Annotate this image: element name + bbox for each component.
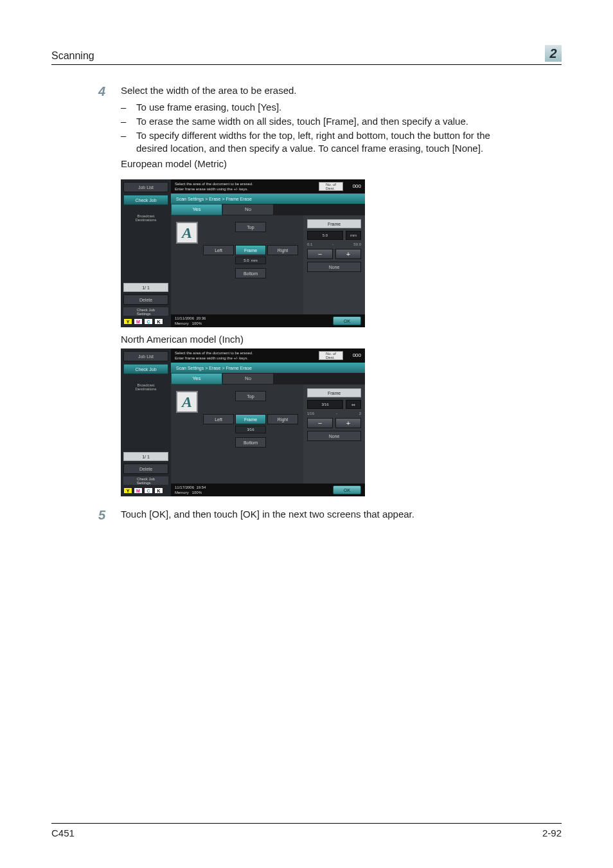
toner-c-icon: C <box>144 318 153 325</box>
frame-value: 5.0 mm <box>235 257 266 264</box>
top-side-button[interactable]: Top <box>235 222 266 232</box>
instruction-text: Select the area of the document to be er… <box>175 181 315 192</box>
step-number: 5 <box>90 508 105 522</box>
preview-icon: A <box>176 222 198 244</box>
ok-button[interactable]: OK <box>333 485 361 494</box>
left-side-button[interactable]: Left <box>203 245 234 255</box>
dest-count-value: 000 <box>347 353 361 358</box>
dest-count-label: No. of Dest. <box>319 182 343 191</box>
bullet-dash: – <box>121 101 129 114</box>
job-list-button[interactable]: Job List <box>123 351 168 361</box>
bullet-text: To use frame erasing, touch [Yes]. <box>136 101 514 114</box>
bottom-side-button[interactable]: Bottom <box>235 268 266 278</box>
range-hi: 50.0 <box>353 242 361 246</box>
swap-icon: ⇔ <box>351 402 355 407</box>
dest-count-value: 000 <box>347 184 361 189</box>
step-text: Select the width of the area to be erase… <box>121 84 514 97</box>
unit-display: mm <box>346 231 361 240</box>
tab-yes[interactable]: Yes <box>171 204 222 215</box>
device-screenshot-metric: Job List Check Job Broadcast Destination… <box>121 179 365 327</box>
toner-c-icon: C <box>144 487 153 494</box>
left-side-button[interactable]: Left <box>203 414 234 424</box>
broadcast-label: Broadcast Destinations <box>123 383 168 391</box>
pager: 1/ 1 <box>123 452 168 461</box>
delete-button[interactable]: Delete <box>123 294 168 305</box>
breadcrumb: Scan Settings > Erase > Frame Erase <box>171 194 365 204</box>
range-hi: 2 <box>359 411 361 415</box>
datetime: 11/11/2006 20:36 Memory 100% <box>175 316 206 326</box>
job-list-button[interactable]: Job List <box>123 182 168 192</box>
frame-button[interactable]: Frame <box>235 414 266 424</box>
plus-button[interactable]: + <box>335 418 361 428</box>
right-side-button[interactable]: Right <box>267 245 298 255</box>
footer-page: 2-92 <box>542 827 562 838</box>
right-panel-header: Frame <box>307 388 361 397</box>
plus-button[interactable]: + <box>335 249 361 259</box>
value-display: 3⁄16 <box>307 400 343 409</box>
model-note: European model (Metric) <box>121 158 514 170</box>
frame-value: 3⁄16 <box>235 426 266 433</box>
range-sep: - <box>336 411 337 415</box>
toner-y-icon: Y <box>123 318 132 325</box>
frame-button[interactable]: Frame <box>235 245 266 255</box>
value-display: 5.0 <box>307 231 343 240</box>
step-text: Touch [OK], and then touch [OK] in the n… <box>121 508 514 521</box>
broadcast-label: Broadcast Destinations <box>123 214 168 222</box>
toner-k-icon: K <box>154 487 163 494</box>
check-job-button[interactable]: Check Job <box>123 364 168 374</box>
bullet-text: To erase the same width on all sides, to… <box>136 115 514 128</box>
device-screenshot-inch: Job List Check Job Broadcast Destination… <box>121 348 365 496</box>
toner-m-icon: M <box>134 318 143 325</box>
delete-button[interactable]: Delete <box>123 464 168 474</box>
none-button[interactable]: None <box>307 262 361 272</box>
top-side-button[interactable]: Top <box>235 391 266 401</box>
ok-button[interactable]: OK <box>333 316 361 325</box>
check-job-button[interactable]: Check Job <box>123 195 168 205</box>
tab-no[interactable]: No <box>222 373 274 384</box>
datetime: 11/17/2006 19:54 Memory 100% <box>175 485 206 495</box>
range-lo: 1⁄16 <box>307 411 314 415</box>
bullet-text: To specify different widths for the top,… <box>136 129 514 155</box>
tab-no[interactable]: No <box>222 204 274 215</box>
minus-button[interactable]: − <box>307 418 333 428</box>
bottom-side-button[interactable]: Bottom <box>235 437 266 448</box>
none-button[interactable]: None <box>307 431 361 441</box>
breadcrumb: Scan Settings > Erase > Frame Erase <box>171 363 365 373</box>
range-sep: - <box>332 242 333 246</box>
pager: 1/ 1 <box>123 283 168 292</box>
right-side-button[interactable]: Right <box>267 414 298 424</box>
preview-icon: A <box>176 391 198 413</box>
toner-y-icon: Y <box>123 487 132 494</box>
tab-yes[interactable]: Yes <box>171 373 222 384</box>
check-settings-button[interactable]: Check Job Settings <box>123 476 168 485</box>
toner-m-icon: M <box>134 487 143 494</box>
instruction-text: Select the area of the document to be er… <box>175 350 315 361</box>
bullet-dash: – <box>121 129 129 155</box>
check-settings-button[interactable]: Check Job Settings <box>123 307 168 316</box>
footer-model: C451 <box>51 827 75 838</box>
toner-k-icon: K <box>154 318 163 325</box>
unit-swap-button[interactable]: ⇔ <box>346 400 361 409</box>
dest-count-label: No. of Dest. <box>319 351 343 360</box>
chapter-badge: 2 <box>545 45 562 62</box>
step-number: 4 <box>90 84 105 170</box>
range-lo: 0.1 <box>307 242 312 246</box>
na-caption: North American model (Inch) <box>121 334 514 345</box>
bullet-dash: – <box>121 115 129 128</box>
section-title: Scanning <box>51 50 94 62</box>
minus-button[interactable]: − <box>307 249 333 259</box>
right-panel-header: Frame <box>307 219 361 228</box>
